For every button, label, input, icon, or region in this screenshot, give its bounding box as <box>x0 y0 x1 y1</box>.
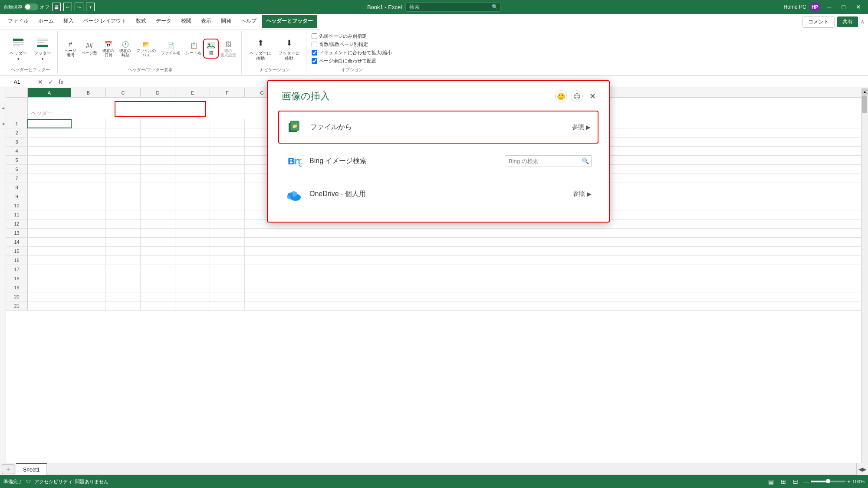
tab-help[interactable]: ヘルプ <box>237 15 261 28</box>
odd-even-label: 奇数/偶数ページ別指定 <box>319 41 368 48</box>
insert-function-btn[interactable]: fx <box>57 78 66 86</box>
confirm-formula-btn[interactable]: ✓ <box>46 78 55 86</box>
user-avatar[interactable]: HP <box>810 2 820 12</box>
file-path-btn[interactable]: 📂 ファイルのパス <box>135 39 158 59</box>
checkbox-odd-even[interactable]: 奇数/偶数ページ別指定 <box>312 41 392 48</box>
go-footer-btn[interactable]: ⬇ フッターに移動 <box>276 34 302 63</box>
go-header-btn[interactable]: ⬆ ヘッダーに移動 <box>247 34 274 63</box>
current-date-btn[interactable]: 📅 現在の日付 <box>101 39 116 59</box>
cell-D1[interactable] <box>141 119 175 128</box>
col-header-F[interactable]: F <box>210 88 245 97</box>
bing-option-icon: B i n g <box>285 152 302 170</box>
sheet-tab-sheet1[interactable]: Sheet1 <box>16 463 47 475</box>
search-input[interactable] <box>405 2 501 12</box>
ribbon-group-elements: # ページ番号 ## ページ数 📅 現在の日付 🕐 現在の時刻 📂 フ <box>59 31 242 74</box>
share-button[interactable]: 共有 <box>837 16 858 27</box>
customize-icon[interactable]: ▾ <box>86 3 95 11</box>
insert-image-dialog[interactable]: 画像の挿入 🙂 ☹ ✕ 📁 ファイルから 参照 <box>267 80 610 223</box>
tab-page-layout[interactable]: ページ レイアウト <box>79 15 131 28</box>
tab-insert[interactable]: 挿入 <box>59 15 78 28</box>
go-footer-icon: ⬇ <box>282 36 296 50</box>
cell-C1[interactable] <box>106 119 141 128</box>
cell-B1[interactable] <box>71 119 106 128</box>
image-btn[interactable]: 図 <box>205 40 217 57</box>
tab-file[interactable]: ファイル <box>3 15 33 28</box>
sad-face-btn[interactable]: ☹ <box>571 90 583 102</box>
zoom-out-btn[interactable]: — <box>803 478 809 485</box>
tab-headerfooter[interactable]: ヘッダーとフッター <box>262 15 317 28</box>
vertical-scrollbar[interactable]: ▲ ▼ <box>861 88 868 478</box>
cell-reference[interactable] <box>2 78 32 86</box>
col-header-D[interactable]: D <box>141 88 175 97</box>
filepath-icon: 📂 <box>142 40 151 49</box>
image-format-label: 図の書式設定 <box>220 49 236 58</box>
tab-formula[interactable]: 数式 <box>132 15 151 28</box>
tab-dev[interactable]: 開発 <box>217 15 236 28</box>
dialog-close-btn[interactable]: ✕ <box>586 90 598 102</box>
onedrive-browse-label: 参照 <box>573 190 585 198</box>
sheetname-btn[interactable]: 📋 シート名 <box>184 40 203 57</box>
autosave-switch[interactable] <box>24 3 38 10</box>
zoom-in-btn[interactable]: + <box>847 478 851 485</box>
maximize-btn[interactable]: □ <box>838 2 849 12</box>
cell-F1[interactable] <box>210 119 245 128</box>
dialog-option-onedrive[interactable]: OneDrive - 個人用 参照 ▶ <box>278 178 598 210</box>
tab-data[interactable]: データ <box>151 15 176 28</box>
filename-btn[interactable]: 📄 ファイル名 <box>159 40 182 57</box>
scroll-thumb[interactable] <box>862 95 867 113</box>
col-header-A[interactable]: A <box>28 88 71 97</box>
footer-btn[interactable]: フッター ▾ <box>31 34 54 63</box>
col-header-C[interactable]: C <box>106 88 141 97</box>
redo-icon[interactable]: ↪ <box>75 3 83 11</box>
dialog-option-bing[interactable]: B i n g Bing イメージ検索 🔍 <box>278 145 598 177</box>
odd-even-check[interactable] <box>312 42 317 47</box>
scroll-left-btn[interactable]: ◀ <box>858 466 862 472</box>
file-option-browse[interactable]: 参照 ▶ <box>572 123 591 131</box>
page-num-btn[interactable]: # ページ番号 <box>63 39 78 59</box>
sheet-tab-spacer <box>47 463 856 475</box>
dialog-header: 画像の挿入 🙂 ☹ ✕ <box>268 81 609 107</box>
close-btn[interactable]: ✕ <box>852 2 865 12</box>
tab-review[interactable]: 校閲 <box>177 15 196 28</box>
header-btn[interactable]: ヘッダー ▾ <box>7 34 30 63</box>
page-break-view-btn[interactable]: ⊟ <box>791 477 800 486</box>
current-time-btn[interactable]: 🕐 現在の時刻 <box>118 39 133 59</box>
add-sheet-btn[interactable]: + <box>2 465 14 474</box>
scroll-up-btn[interactable]: ▲ <box>862 88 868 95</box>
image-format-btn[interactable]: 🖼 図の書式設定 <box>219 39 238 59</box>
save-icon[interactable]: 💾 <box>52 3 61 11</box>
elements-group-label: ヘッダー/フッター要素 <box>128 67 173 74</box>
cell-A1[interactable] <box>28 119 71 128</box>
comment-button[interactable]: コメント <box>802 16 835 28</box>
cancel-formula-btn[interactable]: ✕ <box>36 78 45 86</box>
undo-icon[interactable]: ↩ <box>63 3 72 11</box>
checkbox-first-page[interactable]: 先頭ページのみ別指定 <box>312 33 392 39</box>
zoom-control[interactable]: — + 100% <box>803 478 865 485</box>
col-header-B[interactable]: B <box>71 88 106 97</box>
cell-E1[interactable] <box>175 119 210 128</box>
checkbox-margin[interactable]: ページ余白に合わせて配置 <box>312 58 392 64</box>
dialog-option-file[interactable]: 📁 ファイルから 参照 ▶ <box>278 111 598 144</box>
col-header-E[interactable]: E <box>175 88 210 97</box>
zoom-thumb[interactable] <box>826 479 830 483</box>
zoom-slider[interactable] <box>811 481 845 482</box>
happy-face-btn[interactable]: 🙂 <box>555 90 567 102</box>
first-page-check[interactable] <box>312 33 317 39</box>
onedrive-option-browse[interactable]: 参照 ▶ <box>573 190 592 198</box>
scale-check[interactable] <box>312 50 317 56</box>
margin-check[interactable] <box>312 58 317 64</box>
bing-search-wrap[interactable]: 🔍 <box>505 155 592 167</box>
autosave-toggle[interactable]: 自動保存 オフ <box>3 3 49 10</box>
bing-search-input[interactable] <box>505 155 592 167</box>
page-count-btn[interactable]: ## ページ数 <box>80 40 99 57</box>
ribbon-collapse-btn[interactable]: ∧ <box>861 19 865 25</box>
svg-rect-0 <box>13 39 23 41</box>
normal-view-btn[interactable]: ▤ <box>766 477 776 486</box>
tab-home[interactable]: ホーム <box>34 15 58 28</box>
minimize-btn[interactable]: ─ <box>824 2 835 12</box>
page-layout-view-btn[interactable]: ⊞ <box>779 477 788 486</box>
checkbox-scale[interactable]: ドキュメントに合わせて拡大/縮小 <box>312 49 392 56</box>
tab-view[interactable]: 表示 <box>197 15 216 28</box>
scroll-right-btn[interactable]: ▶ <box>862 466 866 472</box>
scroll-track[interactable] <box>861 95 868 471</box>
